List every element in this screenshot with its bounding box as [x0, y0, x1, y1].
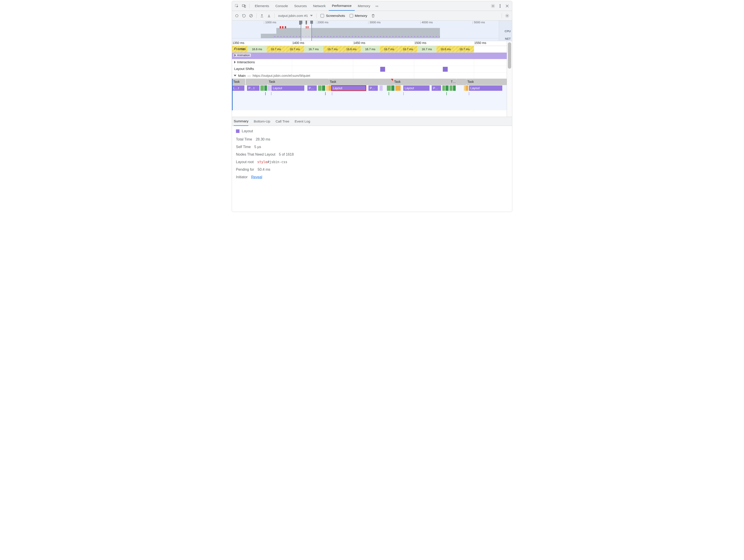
- sub-flame-tick: [446, 92, 447, 95]
- flame-chart[interactable]: 1350 ms1400 ms1450 ms1500 ms1550 ms ms16…: [232, 41, 512, 117]
- details-tab-call-tree[interactable]: Call Tree: [275, 117, 289, 126]
- task-span[interactable]: Task: [267, 79, 305, 84]
- track-main-header[interactable]: Main — https://output.jsbin.com/elisum/9…: [232, 73, 507, 79]
- checkbox-icon: [349, 14, 353, 17]
- flame-span[interactable]: [449, 85, 453, 91]
- frame-cell[interactable]: 16.7 ms: [304, 46, 323, 52]
- frame-cell[interactable]: 16.7 ms: [417, 46, 436, 52]
- overview-selection[interactable]: [301, 24, 312, 41]
- memory-checkbox[interactable]: Memory: [348, 14, 369, 18]
- chevron-right-icon[interactable]: [234, 61, 236, 64]
- layout-shift-event[interactable]: [443, 67, 448, 72]
- profile-select[interactable]: output.jsbin.com #1: [277, 14, 314, 18]
- clear-icon[interactable]: [248, 13, 254, 19]
- tab-console[interactable]: Console: [272, 1, 291, 11]
- flame-span[interactable]: Layout: [271, 85, 304, 91]
- download-icon[interactable]: [266, 13, 272, 19]
- flame-span[interactable]: L…t: [232, 85, 245, 91]
- frame-cell[interactable]: 16.7 ms: [286, 46, 304, 52]
- layout-root-tag: style: [257, 160, 267, 164]
- flame-span[interactable]: [442, 85, 445, 91]
- scrollbar-thumb[interactable]: [508, 42, 511, 69]
- screenshots-checkbox[interactable]: Screenshots: [319, 14, 347, 18]
- frame-cell[interactable]: 16.7 ms: [267, 46, 286, 52]
- record-icon[interactable]: [234, 13, 240, 19]
- trash-icon[interactable]: [370, 13, 376, 19]
- main-separator: —: [248, 74, 251, 78]
- flame-span[interactable]: [264, 85, 267, 91]
- details-tab-bottom-up[interactable]: Bottom-Up: [254, 117, 270, 126]
- track-frames[interactable]: ms16.6 ms16.7 ms16.7 ms16.7 ms16.7 ms16.…: [232, 46, 507, 52]
- sub-flame-tick: [469, 92, 469, 95]
- layout-shift-event[interactable]: [380, 67, 385, 72]
- flame-span[interactable]: Layout: [332, 85, 366, 91]
- tab-memory[interactable]: Memory: [355, 1, 373, 11]
- flame-span[interactable]: [387, 85, 391, 91]
- flame-span[interactable]: [453, 85, 456, 91]
- settings-icon[interactable]: [490, 3, 496, 9]
- track-frames-label: Frames: [234, 47, 246, 51]
- inspect-icon[interactable]: [234, 3, 240, 9]
- kebab-menu-icon[interactable]: [497, 3, 503, 9]
- flame-scrollbar[interactable]: [507, 41, 512, 117]
- flame-span[interactable]: [329, 85, 331, 91]
- flame-span[interactable]: Layout: [403, 85, 430, 91]
- details-tab-event-log[interactable]: Event Log: [295, 117, 310, 126]
- task-span[interactable]: Task: [329, 79, 362, 84]
- frame-cell[interactable]: 16.7 ms: [399, 46, 417, 52]
- frame-cell[interactable]: 16.7 ms: [323, 46, 342, 52]
- flame-span[interactable]: [391, 85, 395, 91]
- frame-cell[interactable]: 16.6 ms: [248, 46, 267, 52]
- timeline-overview[interactable]: 1000 ms2000 ms3000 ms4000 ms5000 ms CPU …: [232, 21, 512, 41]
- upload-icon[interactable]: [259, 13, 265, 19]
- task-span[interactable]: Task: [232, 79, 245, 84]
- performance-toolbar: output.jsbin.com #1 Screenshots Memory: [232, 11, 512, 21]
- chevron-down-icon[interactable]: [234, 75, 236, 76]
- flame-span[interactable]: [322, 85, 325, 91]
- tab-sources[interactable]: Sources: [291, 1, 310, 11]
- flame-span[interactable]: [318, 85, 322, 91]
- summary-key: Total Time: [236, 137, 252, 141]
- flame-span[interactable]: [445, 85, 449, 91]
- reload-icon[interactable]: [241, 13, 247, 19]
- layout-root-value[interactable]: style#jsbin-css: [257, 160, 287, 164]
- flame-span[interactable]: [395, 85, 401, 91]
- time-ruler: 1350 ms1400 ms1450 ms1500 ms1550 ms: [232, 41, 507, 46]
- call-row[interactable]: L…tP…tLayoutP…LayoutP…LayoutP…Layout: [232, 85, 507, 92]
- capture-settings-icon[interactable]: [504, 13, 510, 19]
- track-interactions[interactable]: Interactions: [232, 59, 507, 66]
- flame-span[interactable]: [466, 85, 468, 91]
- tab-network[interactable]: Network: [310, 1, 329, 11]
- task-span[interactable]: T…: [449, 79, 462, 84]
- tab-performance[interactable]: Performance: [329, 1, 355, 11]
- summary-row: Self Time5 µs: [236, 145, 508, 149]
- task-span[interactable]: Task: [466, 79, 504, 84]
- flame-span[interactable]: [379, 85, 383, 91]
- more-tabs-icon[interactable]: ››: [374, 4, 380, 8]
- task-row[interactable]: TaskTaskTaskTaskT…Task: [232, 79, 507, 85]
- flame-span[interactable]: P…: [368, 85, 378, 91]
- animation-span: [232, 52, 507, 59]
- details-tab-summary[interactable]: Summary: [234, 117, 248, 126]
- flame-span[interactable]: P…: [307, 85, 317, 91]
- frame-cell[interactable]: 16.6 ms: [342, 46, 361, 52]
- flame-span[interactable]: [326, 85, 329, 91]
- chevron-right-icon[interactable]: [234, 54, 236, 57]
- device-toolbar-icon[interactable]: [241, 3, 247, 9]
- track-layout-shifts[interactable]: Layout Shifts: [232, 66, 507, 73]
- frame-cell[interactable]: 16.7 ms: [380, 46, 399, 52]
- frame-cell[interactable]: 16.6 ms: [436, 46, 455, 52]
- flame-span[interactable]: [260, 85, 264, 91]
- initiator-reveal-link[interactable]: Reveal: [251, 175, 262, 179]
- frame-cell[interactable]: 16.7 ms: [361, 46, 380, 52]
- tab-elements[interactable]: Elements: [252, 1, 272, 11]
- close-icon[interactable]: [504, 3, 510, 9]
- frame-cell[interactable]: 16.7 ms: [455, 46, 474, 52]
- flame-span[interactable]: P…t: [247, 85, 259, 91]
- flame-span[interactable]: P…: [432, 85, 441, 91]
- track-animation[interactable]: Animation: [232, 52, 507, 59]
- main-url: https://output.jsbin.com/elisum/9/quiet: [253, 74, 310, 78]
- flame-span[interactable]: Layout: [469, 85, 502, 91]
- task-span[interactable]: Task: [393, 79, 433, 84]
- flame-span[interactable]: [267, 85, 271, 91]
